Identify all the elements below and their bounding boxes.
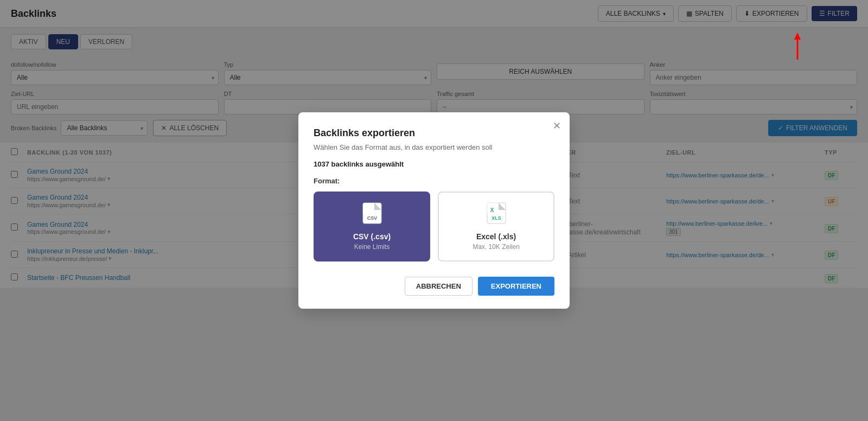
modal-overlay: ✕ Backlinks exportieren Wählen Sie das F… [0, 0, 868, 288]
format-label: Format: [314, 177, 554, 185]
excel-format-name: Excel (.xls) [448, 232, 545, 241]
export-button[interactable]: EXPORTIEREN [478, 277, 554, 288]
modal-close-button[interactable]: ✕ [553, 120, 561, 132]
modal-count-text: 1037 backlinks ausgewählt [314, 160, 404, 168]
svg-text:X: X [490, 207, 494, 213]
excel-icon: XLS X [448, 202, 545, 228]
excel-sublabel: Max. 10K Zeilen [448, 243, 545, 251]
svg-rect-3 [363, 203, 375, 215]
format-csv-card[interactable]: CSV CSV (.csv) Keine Limits [314, 192, 430, 261]
modal-subtitle: Wählen Sie das Format aus, in das export… [314, 143, 554, 151]
cancel-button[interactable]: ABBRECHEN [405, 277, 473, 288]
svg-text:XLS: XLS [492, 215, 501, 221]
csv-sublabel: Keine Limits [323, 243, 420, 251]
svg-text:CSV: CSV [367, 215, 377, 221]
csv-icon: CSV [323, 202, 420, 228]
modal-title: Backlinks exportieren [314, 127, 554, 139]
csv-format-name: CSV (.csv) [323, 232, 420, 241]
format-options: CSV CSV (.csv) Keine Limits XLS X [314, 192, 554, 261]
format-excel-card[interactable]: XLS X Excel (.xls) Max. 10K Zeilen [438, 192, 554, 261]
modal-actions: ABBRECHEN EXPORTIEREN [314, 277, 554, 288]
export-modal: ✕ Backlinks exportieren Wählen Sie das F… [298, 112, 570, 288]
modal-count: 1037 backlinks ausgewählt [314, 160, 554, 168]
